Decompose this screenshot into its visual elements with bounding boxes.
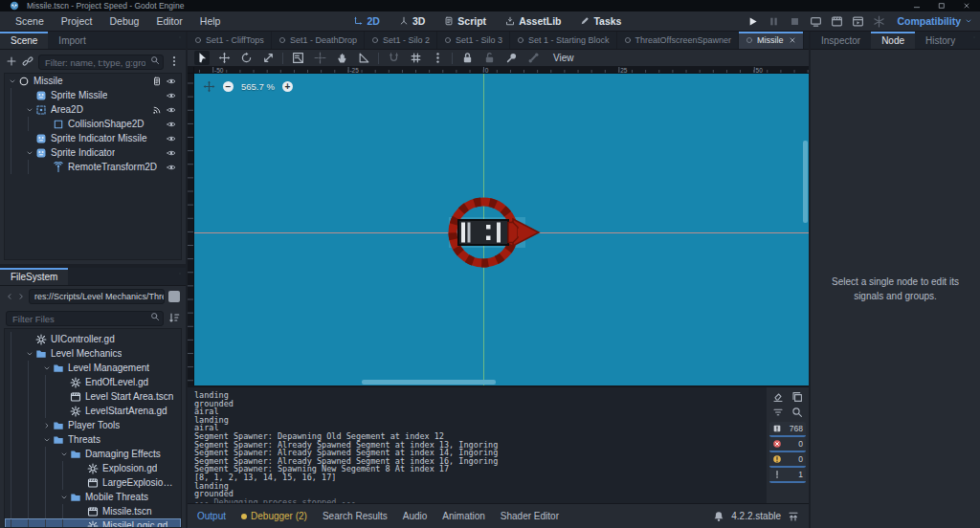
tree-chevron-icon[interactable] bbox=[60, 451, 68, 458]
dock-menu-icon[interactable] bbox=[174, 32, 186, 43]
file-sort-icon[interactable] bbox=[168, 312, 180, 323]
scene-tab-set1-deathdrop[interactable]: Set1 - DeathDrop bbox=[272, 32, 365, 49]
dock-tab-inspector[interactable]: Inspector bbox=[811, 32, 871, 49]
renderer-select[interactable]: Compatibility bbox=[897, 15, 972, 27]
zoom-level[interactable]: 565.7 % bbox=[241, 81, 275, 92]
rotate-tool[interactable] bbox=[238, 51, 254, 65]
menu-project[interactable]: Project bbox=[54, 13, 100, 29]
tree-chevron-icon[interactable] bbox=[26, 350, 33, 358]
tree-item-endoflevel-gd[interactable]: EndOfLevel.gd bbox=[5, 375, 181, 389]
run-scene-icon[interactable] bbox=[831, 15, 843, 28]
instance-scene-icon[interactable] bbox=[22, 55, 33, 67]
lock-tool[interactable] bbox=[459, 51, 475, 65]
dock-tab-scene[interactable]: Scene bbox=[0, 32, 48, 49]
pan-view-icon[interactable] bbox=[203, 80, 215, 93]
menu-editor[interactable]: Editor bbox=[148, 13, 189, 29]
switcher-assetlib[interactable]: AssetLib bbox=[499, 13, 568, 29]
scene-filter-input[interactable] bbox=[38, 55, 164, 70]
tree-item-area2d[interactable]: Area2D bbox=[5, 102, 181, 117]
dots-vertical-tool[interactable] bbox=[430, 51, 445, 65]
menu-scene[interactable]: Scene bbox=[8, 13, 52, 29]
output-filter-warnings[interactable]: 0 bbox=[769, 452, 806, 468]
switcher-3d[interactable]: 3D bbox=[392, 13, 432, 29]
switcher-script[interactable]: Script bbox=[437, 13, 493, 29]
maximize-icon[interactable] bbox=[938, 2, 946, 10]
visibility-eye-icon[interactable] bbox=[167, 105, 176, 115]
dock-tab-import[interactable]: Import bbox=[48, 32, 96, 49]
canvas-vscrollbar[interactable] bbox=[803, 141, 808, 223]
bottom-tab-shader-editor[interactable]: Shader Editor bbox=[501, 511, 559, 521]
tree-chevron-icon[interactable] bbox=[26, 149, 33, 157]
output-filter-messages[interactable]: 768 bbox=[769, 422, 806, 437]
tree-item-largeexplosion-tscn[interactable]: LargeExplosion.tscn bbox=[5, 475, 181, 490]
notifications-bell-icon[interactable] bbox=[713, 511, 724, 522]
scene-tab-threatoffscreenspawner[interactable]: ThreatOffscreenSpawner bbox=[617, 32, 739, 49]
bottom-tab-audio[interactable]: Audio bbox=[403, 511, 428, 521]
canvas-hscrollbar[interactable] bbox=[362, 380, 496, 385]
scene-tab-set1-clifftops[interactable]: Set1 - CliffTops bbox=[188, 32, 272, 49]
toggle-split-mode-icon[interactable] bbox=[168, 291, 180, 302]
tree-chevron-icon[interactable] bbox=[43, 436, 51, 444]
bottom-tab-animation[interactable]: Animation bbox=[442, 511, 484, 521]
scene-tab-missile[interactable]: Missile bbox=[739, 32, 805, 49]
play-icon[interactable] bbox=[746, 15, 759, 28]
tree-chevron-icon[interactable] bbox=[9, 77, 16, 85]
switcher-tasks[interactable]: Tasks bbox=[573, 13, 628, 29]
tree-item-level-management[interactable]: Level Management bbox=[5, 361, 181, 375]
select-arrow-tool[interactable] bbox=[194, 51, 210, 65]
scene-tab-set-1-starting-block[interactable]: Set 1 - Starting Block bbox=[510, 32, 617, 49]
switcher-2d[interactable]: 2D bbox=[346, 13, 386, 29]
dock-menu-icon[interactable] bbox=[174, 268, 186, 279]
bottom-tab-debugger-2[interactable]: Debugger (2) bbox=[241, 511, 307, 521]
bone-tool[interactable] bbox=[525, 51, 541, 65]
tree-chevron-icon[interactable] bbox=[26, 106, 33, 114]
output-filter-errors[interactable]: 0 bbox=[769, 437, 806, 452]
tree-item-threats[interactable]: Threats bbox=[5, 432, 181, 447]
move-panel-to-top-icon[interactable] bbox=[788, 511, 799, 522]
tree-item-sprite-indicator[interactable]: Sprite Indicator bbox=[5, 145, 181, 160]
close-tab-icon[interactable] bbox=[789, 36, 796, 44]
history-forward-icon[interactable] bbox=[17, 293, 25, 300]
visibility-eye-icon[interactable] bbox=[167, 163, 176, 172]
tree-item-explosion-gd[interactable]: Explosion.gd bbox=[5, 461, 181, 475]
tree-item-collisionshape2d[interactable]: CollisionShape2D bbox=[5, 117, 181, 131]
tree-item-sprite-missile[interactable]: Sprite Missile bbox=[5, 88, 181, 102]
missile-sprite[interactable] bbox=[416, 180, 560, 285]
pan-hand-tool[interactable] bbox=[334, 51, 349, 65]
bottom-tab-search-results[interactable]: Search Results bbox=[323, 511, 388, 521]
menu-debug[interactable]: Debug bbox=[101, 13, 146, 29]
menu-help[interactable]: Help bbox=[192, 13, 229, 29]
tree-chevron-icon[interactable] bbox=[43, 422, 51, 429]
zoom-in-button[interactable]: + bbox=[282, 81, 293, 92]
search-output-icon[interactable] bbox=[791, 407, 803, 418]
tree-item-uicontroller-gd[interactable]: UIController.gd bbox=[5, 332, 181, 346]
signal-badge-icon[interactable] bbox=[152, 105, 162, 115]
add-node-icon[interactable] bbox=[6, 55, 17, 67]
file-filter-input[interactable] bbox=[6, 311, 164, 326]
list-select-tool[interactable] bbox=[290, 51, 305, 65]
tree-item-missilelogic-gd[interactable]: MissileLogic.gd bbox=[5, 518, 181, 528]
ruler-tool[interactable] bbox=[356, 51, 371, 65]
grid-snap-tool[interactable] bbox=[408, 51, 423, 65]
move-tool[interactable] bbox=[216, 51, 232, 65]
pivot-tool[interactable] bbox=[312, 51, 327, 65]
dock-tab-filesystem[interactable]: FileSystem bbox=[0, 268, 68, 285]
tree-item-level-mechanics[interactable]: Level Mechanics bbox=[5, 346, 181, 361]
stop-icon[interactable] bbox=[789, 15, 801, 28]
run-custom-icon[interactable] bbox=[852, 15, 864, 28]
tree-item-level-start-area-tscn[interactable]: Level Start Area.tscn bbox=[5, 389, 181, 404]
tree-item-player-tools[interactable]: Player Tools bbox=[5, 418, 181, 432]
clear-output-icon[interactable] bbox=[772, 391, 784, 403]
filter-output-icon[interactable] bbox=[772, 407, 784, 418]
scene-tab-set1-silo-2[interactable]: Set1 - Silo 2 bbox=[365, 32, 437, 49]
tree-item-damaging-effects[interactable]: Damaging Effects bbox=[5, 447, 181, 461]
tree-item-missile-tscn[interactable]: Missile.tscn bbox=[5, 504, 181, 518]
visibility-eye-icon[interactable] bbox=[167, 148, 176, 158]
pause-icon[interactable] bbox=[768, 15, 780, 28]
scene-dock-menu-icon[interactable] bbox=[168, 55, 180, 67]
visibility-eye-icon[interactable] bbox=[167, 91, 176, 100]
tree-item-remotetransform2d[interactable]: RemoteTransform2D bbox=[5, 160, 181, 174]
tree-item-sprite-indicator-missile[interactable]: Sprite Indicator Missile bbox=[5, 131, 181, 145]
scale-tool[interactable] bbox=[260, 51, 276, 65]
tree-item-levelstartarena-gd[interactable]: LevelStartArena.gd bbox=[5, 404, 181, 418]
